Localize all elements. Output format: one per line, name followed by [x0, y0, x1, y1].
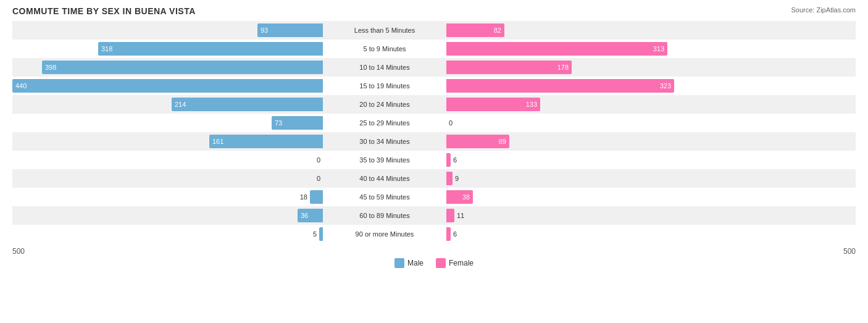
- female-bar: 313: [446, 42, 667, 56]
- male-bar: 440: [12, 79, 323, 93]
- left-col: 318: [12, 40, 323, 58]
- left-col: 161: [12, 132, 323, 151]
- male-bar: 318: [98, 42, 323, 56]
- right-col: 313: [446, 40, 757, 58]
- row-label: 40 to 44 Minutes: [323, 175, 446, 182]
- row-label: 35 to 39 Minutes: [323, 156, 446, 164]
- chart-title: COMMUTE TIME BY SEX IN BUENA VISTA: [12, 6, 856, 16]
- right-col: 9: [446, 169, 757, 188]
- row-label: 10 to 14 Minutes: [323, 64, 446, 71]
- female-bar: [446, 227, 451, 241]
- table-row: 214 20 to 24 Minutes 133: [12, 95, 856, 114]
- male-bar: 93: [257, 23, 323, 37]
- left-col: 398: [12, 58, 323, 77]
- female-value: 6: [453, 230, 457, 238]
- right-col: 6: [446, 151, 757, 169]
- left-col: 73: [12, 114, 323, 132]
- right-col: 11: [446, 206, 757, 225]
- male-bar: 36: [298, 209, 323, 222]
- table-row: 73 25 to 29 Minutes 0: [12, 114, 856, 132]
- male-value: 214: [172, 101, 186, 108]
- female-bar: 38: [446, 190, 473, 204]
- legend-male-box: [394, 258, 404, 268]
- right-col: 178: [446, 58, 757, 77]
- female-bar: [446, 153, 451, 167]
- female-value: 82: [494, 27, 504, 34]
- legend-female: Female: [436, 258, 474, 268]
- female-value: 323: [660, 82, 674, 90]
- row-label: 15 to 19 Minutes: [323, 82, 446, 90]
- row-label: 25 to 29 Minutes: [323, 119, 446, 127]
- female-bar: [446, 209, 454, 222]
- female-value: 6: [453, 156, 457, 164]
- male-bar: 398: [42, 61, 323, 74]
- legend-male: Male: [394, 258, 424, 268]
- legend-female-box: [436, 258, 446, 268]
- table-row: 0 35 to 39 Minutes 6: [12, 151, 856, 169]
- left-col: 36: [12, 206, 323, 225]
- table-row: 93 Less than 5 Minutes 82: [12, 21, 856, 40]
- female-value: 11: [457, 212, 464, 219]
- right-col: 82: [446, 21, 757, 40]
- left-col: 0: [12, 151, 323, 169]
- female-value: 178: [557, 64, 572, 71]
- table-row: 5 90 or more Minutes 6: [12, 225, 856, 243]
- male-value: 440: [12, 82, 27, 90]
- axis: 500 500: [12, 247, 856, 256]
- row-label: 20 to 24 Minutes: [323, 101, 446, 108]
- table-row: 440 15 to 19 Minutes 323: [12, 77, 856, 95]
- female-value: 0: [449, 119, 453, 127]
- table-row: 161 30 to 34 Minutes 89: [12, 132, 856, 151]
- row-label: 90 or more Minutes: [323, 230, 446, 238]
- male-bar: 161: [209, 135, 323, 148]
- male-value: 0: [317, 156, 320, 164]
- table-row: 18 45 to 59 Minutes 38: [12, 188, 856, 206]
- left-col: 18: [12, 188, 323, 206]
- female-value: 38: [462, 193, 473, 201]
- right-col: 6: [446, 225, 757, 243]
- female-bar: 323: [446, 79, 674, 93]
- row-label: 5 to 9 Minutes: [323, 45, 446, 52]
- right-col: 89: [446, 132, 757, 151]
- male-value: 398: [42, 64, 56, 71]
- left-col: 440: [12, 77, 323, 95]
- table-row: 318 5 to 9 Minutes 313: [12, 40, 856, 58]
- male-value: 5: [313, 230, 317, 238]
- chart-container: COMMUTE TIME BY SEX IN BUENA VISTA Sourc…: [0, 0, 868, 323]
- row-label: 60 to 89 Minutes: [323, 212, 446, 219]
- male-bar: [310, 190, 323, 204]
- right-col: 133: [446, 95, 757, 114]
- source-label: Source: ZipAtlas.com: [791, 6, 856, 14]
- right-col: 38: [446, 188, 757, 206]
- female-bar: 82: [446, 23, 504, 37]
- male-value: 36: [298, 212, 308, 219]
- female-bar: [446, 172, 453, 185]
- female-value: 89: [499, 138, 509, 145]
- legend-female-label: Female: [449, 259, 474, 267]
- female-value: 9: [455, 175, 459, 182]
- table-row: 398 10 to 14 Minutes 178: [12, 58, 856, 77]
- axis-right: 500: [843, 247, 856, 256]
- male-value: 0: [317, 175, 320, 182]
- female-value: 133: [526, 101, 540, 108]
- left-col: 214: [12, 95, 323, 114]
- row-label: 30 to 34 Minutes: [323, 138, 446, 145]
- female-bar: 133: [446, 98, 540, 111]
- male-bar: 214: [172, 98, 323, 111]
- male-value: 161: [209, 138, 223, 145]
- row-label: 45 to 59 Minutes: [323, 193, 446, 201]
- left-col: 0: [12, 169, 323, 188]
- table-row: 36 60 to 89 Minutes 11: [12, 206, 856, 225]
- female-bar: 89: [446, 135, 509, 148]
- axis-left: 500: [12, 247, 25, 256]
- table-row: 0 40 to 44 Minutes 9: [12, 169, 856, 188]
- left-col: 5: [12, 225, 323, 243]
- female-bar: 178: [446, 61, 572, 74]
- right-col: 0: [446, 114, 757, 132]
- male-value: 18: [300, 193, 307, 201]
- row-label: Less than 5 Minutes: [323, 27, 446, 34]
- male-value: 93: [257, 27, 268, 34]
- legend: Male Female: [12, 258, 856, 268]
- left-col: 93: [12, 21, 323, 40]
- chart-rows: 93 Less than 5 Minutes 82 318 5 to 9 Min…: [12, 21, 856, 243]
